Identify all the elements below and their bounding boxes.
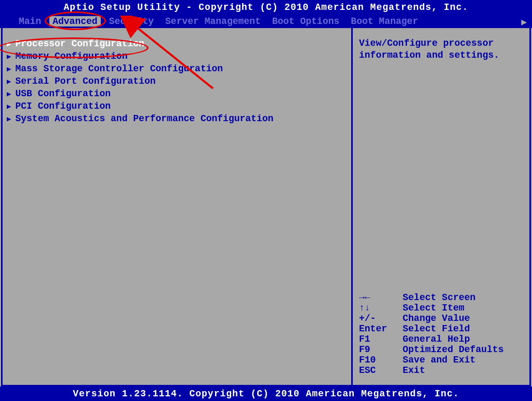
- key-hint-row: ESC Exit: [359, 365, 523, 376]
- key-label: Enter: [359, 324, 401, 334]
- key-hint-row: F1 General Help: [359, 334, 523, 344]
- menu-tab-boot-manager[interactable]: Boot Manager: [348, 16, 421, 27]
- config-item-processor[interactable]: ▶ Processor Configuration: [7, 37, 347, 50]
- config-item-serial-port[interactable]: ▶ Serial Port Configuration: [7, 75, 347, 87]
- key-hint-row: F9 Optimized Defaults: [359, 344, 523, 355]
- left-panel: ▶ Processor Configuration ▶ Memory Confi…: [3, 28, 353, 385]
- menu-tab-main[interactable]: Main: [16, 16, 44, 27]
- key-action: Optimized Defaults: [403, 344, 503, 355]
- config-label: Memory Configuration: [15, 51, 127, 61]
- config-label: USB Configuration: [15, 88, 111, 99]
- config-item-mass-storage[interactable]: ▶ Mass Storage Controller Configuration: [7, 62, 347, 75]
- submenu-icon: ▶: [7, 114, 11, 123]
- config-item-usb[interactable]: ▶ USB Configuration: [7, 87, 347, 100]
- key-action: Select Screen: [403, 292, 475, 303]
- key-label: ↑↓: [359, 303, 401, 313]
- key-label: →←: [359, 292, 401, 303]
- config-item-acoustics[interactable]: ▶ System Acoustics and Performance Confi…: [7, 112, 347, 125]
- submenu-icon: ▶: [7, 52, 11, 61]
- key-hint-row: ↑↓ Select Item: [359, 303, 523, 313]
- menu-tab-advanced[interactable]: Advanced: [49, 16, 100, 27]
- submenu-icon: ▶: [7, 77, 11, 86]
- config-label: PCI Configuration: [15, 101, 111, 111]
- menu-tab-boot-options[interactable]: Boot Options: [269, 16, 343, 27]
- key-label: F9: [359, 344, 401, 355]
- key-label: +/-: [359, 313, 401, 324]
- help-text-line: View/Configure processor: [359, 37, 523, 49]
- key-action: Change Value: [403, 313, 470, 324]
- config-label: Serial Port Configuration: [15, 76, 155, 86]
- key-label: F10: [359, 355, 401, 365]
- key-action: Exit: [403, 365, 425, 376]
- submenu-icon: ▶: [7, 40, 11, 48]
- key-hints: →← Select Screen ↑↓ Select Item +/- Chan…: [359, 292, 523, 376]
- key-hint-row: →← Select Screen: [359, 292, 523, 303]
- key-hint-row: Enter Select Field: [359, 324, 523, 334]
- header-title: Aptio Setup Utility - Copyright (C) 2010…: [0, 0, 532, 15]
- menu-bar: Main Advanced Security Server Management…: [0, 15, 532, 28]
- menu-tab-security[interactable]: Security: [106, 16, 157, 27]
- config-label: Mass Storage Controller Configuration: [15, 63, 223, 74]
- key-hint-row: +/- Change Value: [359, 313, 523, 324]
- config-item-memory[interactable]: ▶ Memory Configuration: [7, 50, 347, 62]
- config-item-pci[interactable]: ▶ PCI Configuration: [7, 100, 347, 112]
- menu-tab-server-management[interactable]: Server Management: [162, 16, 264, 27]
- right-panel: View/Configure processor information and…: [353, 28, 529, 385]
- help-text: View/Configure processor information and…: [359, 37, 523, 62]
- key-action: General Help: [403, 334, 470, 344]
- key-hint-row: F10 Save and Exit: [359, 355, 523, 365]
- help-text-line: information and settings.: [359, 49, 523, 61]
- submenu-icon: ▶: [7, 102, 11, 111]
- key-action: Select Item: [403, 303, 464, 313]
- key-action: Save and Exit: [403, 355, 475, 365]
- menu-scroll-right-icon[interactable]: ▶: [521, 16, 527, 28]
- submenu-icon: ▶: [7, 89, 11, 98]
- key-label: F1: [359, 334, 401, 344]
- key-label: ESC: [359, 365, 401, 376]
- bios-setup-utility: Aptio Setup Utility - Copyright (C) 2010…: [0, 0, 532, 401]
- submenu-icon: ▶: [7, 64, 11, 73]
- config-label: Processor Configuration: [15, 38, 144, 49]
- key-action: Select Field: [403, 324, 470, 334]
- footer-text: Version 1.23.1114. Copyright (C) 2010 Am…: [0, 386, 532, 401]
- config-label: System Acoustics and Performance Configu…: [15, 113, 273, 124]
- content-area: ▶ Processor Configuration ▶ Memory Confi…: [1, 28, 531, 386]
